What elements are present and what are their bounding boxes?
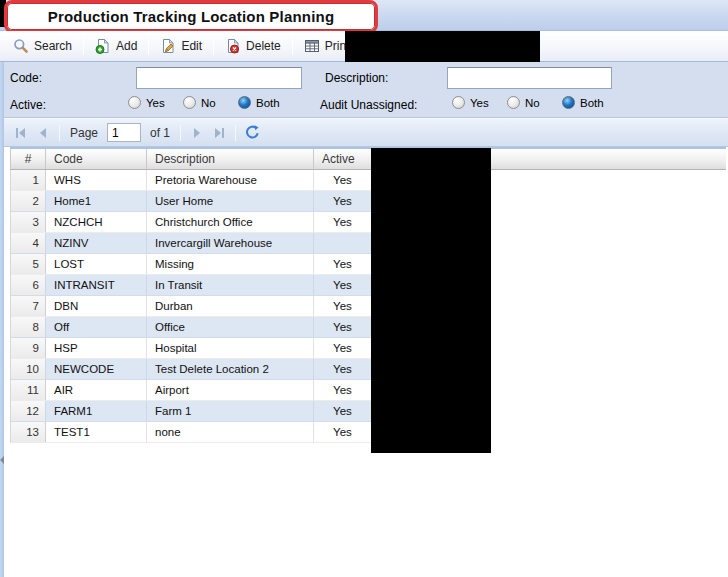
cell-description: none — [147, 422, 314, 442]
paging-separator — [235, 125, 236, 141]
table-row[interactable]: 7DBNDurbanYes — [11, 296, 373, 317]
cell-code: NZCHCH — [46, 212, 147, 232]
radio-option-yes[interactable]: Yes — [452, 96, 489, 109]
cell-active: Yes — [314, 317, 372, 337]
table-row[interactable]: 4NZINVInvercargill Warehouse — [11, 233, 373, 254]
active-label: Active: — [10, 98, 46, 112]
radio-label: No — [201, 97, 216, 109]
cell-code: LOST — [46, 254, 147, 274]
cell-description: Airport — [147, 380, 314, 400]
toolbar-separator — [292, 37, 293, 55]
column-header-code[interactable]: Code — [46, 149, 147, 169]
table-row[interactable]: 3NZCHCHChristchurch OfficeYes — [11, 212, 373, 233]
radio-circle[interactable] — [128, 96, 141, 109]
radio-circle[interactable] — [183, 96, 196, 109]
cell-row-number: 11 — [11, 380, 46, 400]
search-button[interactable]: Search — [6, 35, 79, 57]
refresh-button[interactable] — [241, 123, 263, 143]
delete-icon — [225, 38, 241, 54]
radio-option-no[interactable]: No — [507, 96, 540, 109]
table-row[interactable]: 6INTRANSITIn TransitYes — [11, 275, 373, 296]
edit-button[interactable]: Edit — [153, 35, 209, 57]
paging-separator — [180, 125, 181, 141]
cell-code: NZINV — [46, 233, 147, 253]
column-header-num[interactable]: # — [11, 149, 46, 169]
table-row[interactable]: 9HSPHospitalYes — [11, 338, 373, 359]
prev-page-button[interactable] — [32, 123, 54, 143]
page-count-label: of 1 — [150, 126, 170, 140]
code-label: Code: — [10, 71, 42, 85]
cell-row-number: 7 — [11, 296, 46, 316]
title-bar: Production Tracking Location Planning — [0, 0, 728, 31]
radio-circle[interactable] — [507, 96, 520, 109]
cell-code: WHS — [46, 170, 147, 190]
radio-option-no[interactable]: No — [183, 96, 216, 109]
delete-button[interactable]: Delete — [218, 35, 288, 57]
add-button-label: Add — [116, 39, 137, 53]
cell-row-number: 8 — [11, 317, 46, 337]
table-row[interactable]: 11AIRAirportYes — [11, 380, 373, 401]
edit-button-label: Edit — [181, 39, 202, 53]
table-row[interactable]: 10NEWCODETest Delete Location 2Yes — [11, 359, 373, 380]
page-number-input[interactable] — [107, 123, 141, 142]
cell-active: Yes — [314, 422, 372, 442]
cell-active: Yes — [314, 275, 372, 295]
radio-circle[interactable] — [238, 96, 251, 109]
toolbar-separator — [148, 37, 149, 55]
radio-circle[interactable] — [452, 96, 465, 109]
description-input[interactable] — [447, 67, 612, 89]
table-row[interactable]: 8OffOfficeYes — [11, 317, 373, 338]
first-page-button[interactable] — [10, 123, 32, 143]
cell-description: Invercargill Warehouse — [147, 233, 314, 253]
cell-code: DBN — [46, 296, 147, 316]
app-window: Production Tracking Location Planning Se… — [0, 0, 728, 577]
table-row[interactable]: 13TEST1noneYes — [11, 422, 373, 443]
radio-label: Both — [256, 97, 280, 109]
cell-code: Home1 — [46, 191, 147, 211]
table-row[interactable]: 2Home1User HomeYes — [11, 191, 373, 212]
next-page-button[interactable] — [186, 123, 208, 143]
refresh-icon — [244, 124, 261, 141]
cell-code: INTRANSIT — [46, 275, 147, 295]
radio-label: Yes — [470, 97, 489, 109]
cell-row-number: 6 — [11, 275, 46, 295]
edit-icon — [160, 38, 176, 54]
column-header-active[interactable]: Active — [314, 149, 372, 169]
redaction-toolbar — [345, 31, 540, 62]
cell-active: Yes — [314, 191, 372, 211]
cell-code: Off — [46, 317, 147, 337]
column-header-description[interactable]: Description — [147, 149, 314, 169]
radio-circle[interactable] — [562, 96, 575, 109]
cell-description: In Transit — [147, 275, 314, 295]
locations-grid: # Code Description Active 1WHSPretoria W… — [10, 147, 726, 443]
collapse-arrow-icon[interactable] — [0, 456, 4, 464]
add-icon — [95, 38, 111, 54]
cell-code: TEST1 — [46, 422, 147, 442]
radio-option-yes[interactable]: Yes — [128, 96, 165, 109]
radio-option-both[interactable]: Both — [238, 96, 280, 109]
cell-description: Christchurch Office — [147, 212, 314, 232]
page-label: Page — [70, 126, 98, 140]
grid-body: 1WHSPretoria WarehouseYes2Home1User Home… — [10, 170, 726, 443]
add-button[interactable]: Add — [88, 35, 144, 57]
table-row[interactable]: 1WHSPretoria WarehouseYes — [11, 170, 373, 191]
radio-label: No — [525, 97, 540, 109]
cell-row-number: 13 — [11, 422, 46, 442]
table-row[interactable]: 5LOSTMissingYes — [11, 254, 373, 275]
table-row[interactable]: 12FARM1Farm 1Yes — [11, 401, 373, 422]
search-button-label: Search — [34, 39, 72, 53]
radio-option-both[interactable]: Both — [562, 96, 604, 109]
code-input[interactable] — [136, 67, 302, 89]
cell-active: Yes — [314, 212, 372, 232]
page-title-box: Production Tracking Location Planning — [4, 0, 378, 33]
last-page-button[interactable] — [208, 123, 230, 143]
cell-active: Yes — [314, 359, 372, 379]
toolbar-separator — [83, 37, 84, 55]
left-collapse-strip[interactable] — [0, 62, 4, 577]
toolbar-separator — [213, 37, 214, 55]
cell-description: Durban — [147, 296, 314, 316]
first-page-icon — [14, 127, 28, 139]
cell-code: FARM1 — [46, 401, 147, 421]
cell-description: Farm 1 — [147, 401, 314, 421]
cell-active: Yes — [314, 296, 372, 316]
